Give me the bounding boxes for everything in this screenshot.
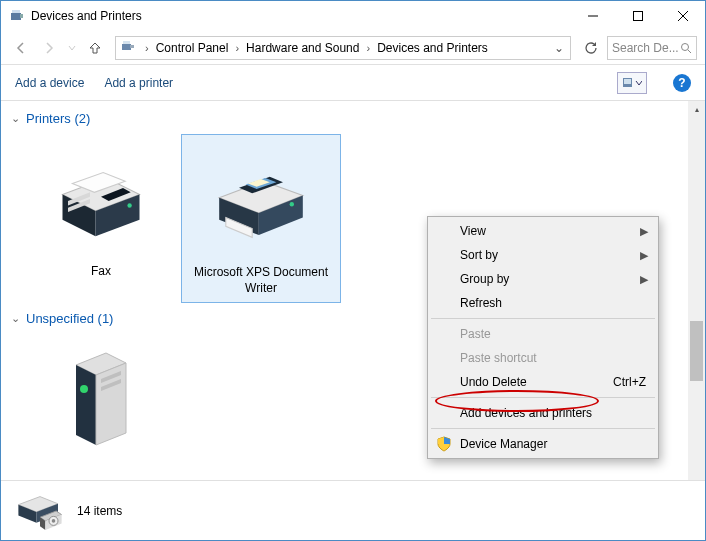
svg-rect-0 xyxy=(11,13,21,20)
submenu-arrow-icon: ▶ xyxy=(640,249,648,262)
search-icon xyxy=(680,42,692,54)
ctx-undo-delete[interactable]: Undo Delete Ctrl+Z xyxy=(430,370,656,394)
chevron-down-icon: ⌄ xyxy=(11,312,20,325)
nav-bar: › Control Panel › Hardware and Sound › D… xyxy=(1,31,705,65)
svg-marker-31 xyxy=(76,365,96,445)
status-devices-icon xyxy=(13,490,67,532)
fax-icon xyxy=(27,140,175,260)
status-bar: 14 items xyxy=(1,480,705,540)
title-bar: Devices and Printers xyxy=(1,1,705,31)
device-item-fax[interactable]: Fax xyxy=(21,134,181,303)
window-title: Devices and Printers xyxy=(31,9,570,23)
search-placeholder: Search De... xyxy=(612,41,679,55)
breadcrumb-part[interactable]: Control Panel xyxy=(154,41,231,55)
vertical-scrollbar[interactable]: ▴ ▾ xyxy=(688,101,705,511)
svg-rect-13 xyxy=(624,79,631,84)
view-mode-button[interactable] xyxy=(617,72,647,94)
close-button[interactable] xyxy=(660,1,705,31)
context-menu: View ▶ Sort by ▶ Group by ▶ Refresh Past… xyxy=(427,216,659,459)
refresh-button[interactable] xyxy=(579,36,603,60)
group-name: Unspecified xyxy=(26,311,94,326)
printer-icon xyxy=(188,141,334,261)
svg-line-11 xyxy=(688,50,691,53)
maximize-button[interactable] xyxy=(615,1,660,31)
forward-button[interactable] xyxy=(37,36,61,60)
help-button[interactable]: ? xyxy=(673,74,691,92)
scroll-thumb[interactable] xyxy=(690,321,703,381)
separator xyxy=(431,397,655,398)
group-name: Printers xyxy=(26,111,71,126)
svg-rect-8 xyxy=(123,41,130,44)
ctx-paste: Paste xyxy=(430,322,656,346)
group-count: (1) xyxy=(98,311,114,326)
ctx-device-manager[interactable]: Device Manager xyxy=(430,432,656,456)
submenu-arrow-icon: ▶ xyxy=(640,273,648,286)
ctx-add-devices-and-printers[interactable]: Add devices and printers xyxy=(430,401,656,425)
svg-point-21 xyxy=(127,203,131,207)
device-label: Fax xyxy=(27,264,175,280)
scroll-up-arrow[interactable]: ▴ xyxy=(688,101,705,118)
shield-icon xyxy=(436,436,452,452)
tower-device-icon xyxy=(27,340,175,460)
chevron-right-icon[interactable]: › xyxy=(235,42,239,54)
address-bar[interactable]: › Control Panel › Hardware and Sound › D… xyxy=(115,36,571,60)
command-bar: Add a device Add a printer ? xyxy=(1,65,705,101)
device-label: Microsoft XPS Document Writer xyxy=(188,265,334,296)
minimize-button[interactable] xyxy=(570,1,615,31)
status-text: 14 items xyxy=(77,504,122,518)
ctx-paste-shortcut: Paste shortcut xyxy=(430,346,656,370)
group-count: (2) xyxy=(74,111,90,126)
chevron-down-icon: ⌄ xyxy=(11,112,20,125)
device-item-unspecified[interactable] xyxy=(21,334,181,470)
app-icon xyxy=(9,8,25,24)
svg-point-29 xyxy=(290,202,294,206)
svg-rect-9 xyxy=(130,45,134,48)
ctx-refresh[interactable]: Refresh xyxy=(430,291,656,315)
history-dropdown[interactable]: ⌄ xyxy=(550,41,568,55)
svg-point-43 xyxy=(52,519,56,523)
breadcrumb-part[interactable]: Hardware and Sound xyxy=(244,41,361,55)
devices-icon xyxy=(120,39,138,57)
shortcut-label: Ctrl+Z xyxy=(613,375,646,389)
back-button[interactable] xyxy=(9,36,33,60)
separator xyxy=(431,428,655,429)
search-input[interactable]: Search De... xyxy=(607,36,697,60)
add-device-link[interactable]: Add a device xyxy=(15,76,84,90)
chevron-right-icon[interactable]: › xyxy=(145,42,149,54)
svg-point-33 xyxy=(80,385,88,393)
svg-rect-4 xyxy=(633,12,642,21)
up-button[interactable] xyxy=(83,36,107,60)
submenu-arrow-icon: ▶ xyxy=(640,225,648,238)
ctx-view[interactable]: View ▶ xyxy=(430,219,656,243)
svg-rect-2 xyxy=(20,14,23,18)
ctx-sort-by[interactable]: Sort by ▶ xyxy=(430,243,656,267)
svg-rect-7 xyxy=(122,44,131,50)
svg-rect-1 xyxy=(12,10,20,13)
add-printer-link[interactable]: Add a printer xyxy=(104,76,173,90)
group-header-printers[interactable]: ⌄ Printers (2) xyxy=(1,107,705,130)
svg-point-10 xyxy=(682,43,689,50)
recent-dropdown[interactable] xyxy=(65,36,79,60)
ctx-group-by[interactable]: Group by ▶ xyxy=(430,267,656,291)
breadcrumb-part[interactable]: Devices and Printers xyxy=(375,41,490,55)
device-item-xps[interactable]: Microsoft XPS Document Writer xyxy=(181,134,341,303)
separator xyxy=(431,318,655,319)
chevron-right-icon[interactable]: › xyxy=(366,42,370,54)
